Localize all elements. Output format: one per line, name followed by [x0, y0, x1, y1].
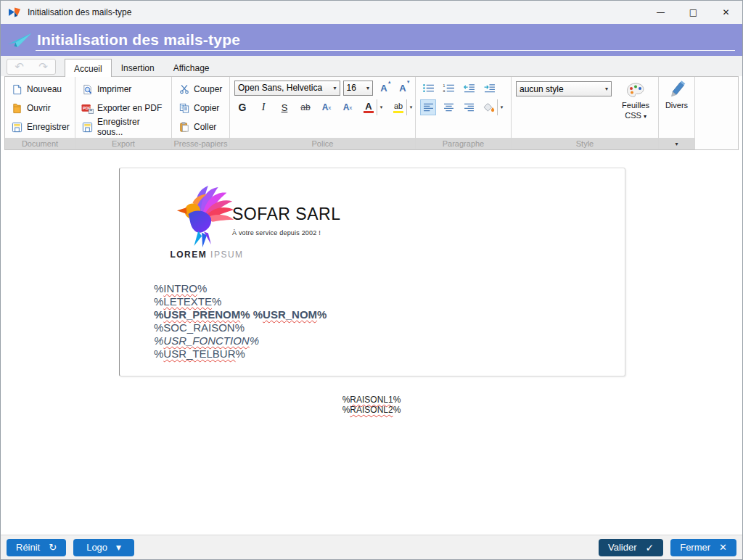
- company-tagline: À votre service depuis 2002 !: [232, 229, 340, 236]
- nouveau-button[interactable]: Nouveau: [9, 80, 70, 99]
- maximize-button[interactable]: □: [677, 1, 710, 24]
- align-right-button[interactable]: [461, 99, 477, 115]
- ribbon-tab-row: ↶ ↷ Accueil Insertion Affichage: [1, 56, 742, 76]
- tab-insertion[interactable]: Insertion: [112, 59, 164, 76]
- brand-text: LOREM IPSUM: [160, 250, 254, 260]
- valider-button[interactable]: Valider ✓: [599, 539, 663, 556]
- company-block: SOFAR SARL À votre service depuis 2002 !: [232, 205, 340, 236]
- font-color-dropdown[interactable]: ▾: [377, 99, 385, 115]
- increase-indent-button[interactable]: [481, 80, 497, 96]
- template-placeholder-line[interactable]: %USR_FONCTION%: [154, 334, 327, 347]
- redo-button[interactable]: ↷: [31, 59, 55, 74]
- scissors-icon: [178, 83, 190, 95]
- ribbon-filler: [695, 77, 738, 149]
- shrink-font-button[interactable]: A▼: [395, 80, 411, 96]
- group-label-paragraphe: Paragraphe: [416, 138, 511, 149]
- chevron-down-icon: ▾: [410, 104, 413, 110]
- reinit-button[interactable]: Réinit ↻: [7, 539, 66, 556]
- bold-button[interactable]: G: [234, 99, 250, 115]
- ribbon-tabs: Accueil Insertion Affichage: [65, 59, 219, 76]
- enregistrer-sous-button[interactable]: Enregistrer sous...: [80, 118, 167, 136]
- numbered-list-icon: 1a: [443, 83, 455, 93]
- group-label-police: Police: [230, 138, 415, 149]
- subscript-button[interactable]: Ax: [319, 99, 334, 115]
- svg-text:a: a: [443, 88, 445, 93]
- footer-placeholder-line[interactable]: %RAISONL1%: [1, 395, 742, 405]
- strikethrough-button[interactable]: ab: [297, 99, 313, 115]
- bullet-list-icon: [422, 83, 435, 93]
- mail-template-editor[interactable]: LOREM IPSUM SOFAR SARL À votre service d…: [119, 168, 625, 376]
- ouvrir-button[interactable]: Ouvrir: [9, 99, 70, 118]
- copier-button[interactable]: Copier: [176, 99, 225, 118]
- ribbon-group-paragraphe: 1a: [416, 77, 512, 149]
- group-dialog-launcher[interactable]: ▾: [659, 138, 694, 149]
- numbered-list-button[interactable]: 1a: [440, 80, 456, 96]
- template-placeholder-line[interactable]: %LETEXTE%: [154, 295, 327, 308]
- ribbon-group-export: Imprimer PDF Exporter en PDF Enregistrer…: [75, 77, 172, 149]
- group-label-document: Document: [5, 138, 75, 149]
- underline-button[interactable]: S: [276, 99, 292, 115]
- editor-canvas[interactable]: LOREM IPSUM SOFAR SARL À votre service d…: [1, 150, 742, 535]
- minimize-button[interactable]: —: [644, 1, 677, 24]
- font-size-select[interactable]: 16 ▾: [343, 81, 373, 96]
- exporter-pdf-button[interactable]: PDF Exporter en PDF: [80, 99, 167, 118]
- page-header: Initialisation des mails-type: [1, 24, 742, 56]
- ribbon-group-clipboard: Couper Copier Coller Presse-papiers: [172, 77, 230, 149]
- placeholder-lines: %INTRO%%LETEXTE%%USR_PRENOM% %USR_NOM%%S…: [154, 282, 327, 361]
- font-size-value: 16: [347, 83, 356, 93]
- pdf-icon: PDF: [81, 102, 94, 114]
- fermer-button[interactable]: Fermer ✕: [670, 539, 736, 556]
- divers-button[interactable]: Divers: [660, 80, 693, 111]
- template-placeholder-line[interactable]: %SOC_RAISON%: [154, 321, 327, 334]
- ribbon: Nouveau Ouvrir Enregistrer Document: [4, 76, 739, 150]
- feuilles-css-button[interactable]: FeuillesCSS ▾: [617, 80, 654, 121]
- caret-up-icon: ▲: [387, 80, 392, 84]
- print-preview-icon: [81, 83, 94, 95]
- fill-color-dropdown[interactable]: ▾: [497, 99, 506, 115]
- undo-icon: ↶: [15, 60, 24, 73]
- template-placeholder-line[interactable]: %USR_TELBUR%: [154, 347, 327, 361]
- couper-button[interactable]: Couper: [176, 80, 225, 99]
- caret-down-icon: ▾: [675, 141, 678, 147]
- chevron-down-icon: ▾: [501, 104, 504, 110]
- ribbon-group-document: Nouveau Ouvrir Enregistrer Document: [5, 77, 75, 149]
- align-left-button[interactable]: [420, 99, 436, 115]
- group-label-export: Export: [75, 138, 171, 149]
- imprimer-button[interactable]: Imprimer: [80, 80, 167, 99]
- close-button[interactable]: ✕: [710, 1, 742, 24]
- decrease-indent-button[interactable]: [461, 80, 477, 96]
- refresh-icon: ↻: [49, 542, 57, 553]
- coller-button[interactable]: Coller: [176, 118, 225, 136]
- italic-button[interactable]: I: [255, 99, 271, 115]
- footer-placeholder-lines: %RAISONL1%%RAISONL2%: [1, 395, 742, 415]
- template-placeholder-line[interactable]: %INTRO%: [154, 282, 327, 295]
- enregistrer-button[interactable]: Enregistrer: [9, 118, 70, 136]
- font-family-value: Open Sans, Helvetica: [238, 83, 322, 93]
- undo-button[interactable]: ↶: [7, 59, 31, 74]
- template-placeholder-line[interactable]: %USR_PRENOM% %USR_NOM%: [154, 308, 327, 321]
- style-select[interactable]: aucun style ▾: [516, 81, 612, 96]
- footer-placeholder-line[interactable]: %RAISONL2%: [1, 405, 742, 415]
- app-logo-icon: [8, 7, 22, 18]
- quick-access-toolbar: ↶ ↷: [7, 59, 56, 75]
- bullet-list-button[interactable]: [420, 80, 436, 96]
- grow-font-button[interactable]: A▲: [376, 80, 392, 96]
- tab-affichage[interactable]: Affichage: [164, 59, 219, 76]
- font-color-icon: A: [364, 102, 373, 114]
- button-label: Ouvrir: [27, 103, 51, 113]
- style-value: aucun style: [520, 84, 564, 94]
- group-label-style: Style: [512, 138, 658, 149]
- paper-plane-icon: [7, 30, 33, 49]
- window-controls: — □ ✕: [644, 1, 742, 24]
- tab-accueil[interactable]: Accueil: [65, 59, 112, 77]
- button-label: Exporter en PDF: [97, 103, 162, 113]
- fill-color-button[interactable]: [481, 99, 497, 115]
- font-family-select[interactable]: Open Sans, Helvetica ▾: [234, 81, 340, 96]
- superscript-button[interactable]: Ax: [340, 99, 356, 115]
- font-color-button[interactable]: A: [361, 99, 377, 115]
- title-underline: [36, 50, 735, 51]
- highlight-color-dropdown[interactable]: ▾: [406, 99, 415, 115]
- logo-button[interactable]: Logo ▼: [73, 539, 134, 556]
- highlight-color-button[interactable]: ab: [390, 99, 406, 115]
- align-center-button[interactable]: [440, 99, 456, 115]
